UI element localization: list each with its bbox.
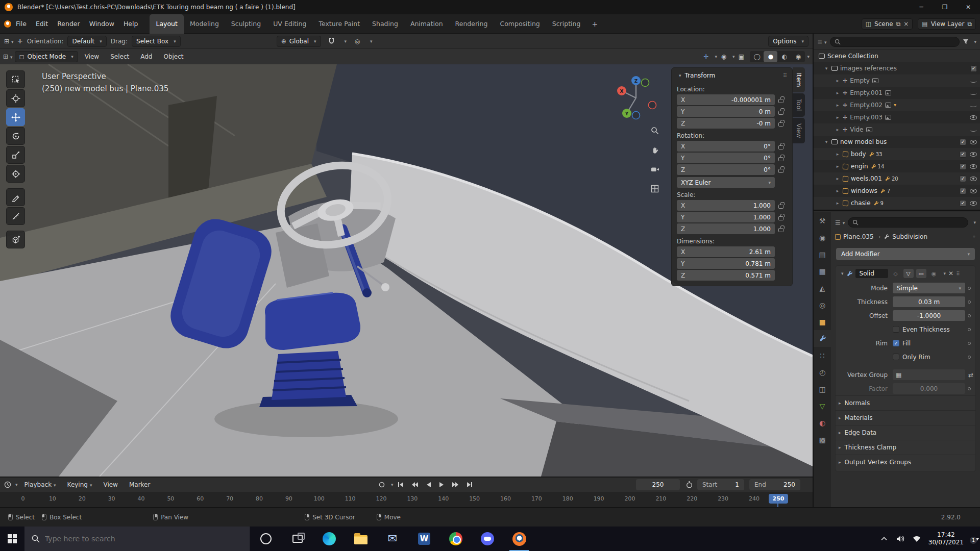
tool-annotate[interactable] xyxy=(6,188,25,206)
breadcrumb-modifier[interactable]: Subdivision xyxy=(884,233,927,240)
modifier-name-field[interactable]: Solid xyxy=(855,269,888,278)
lock-icon[interactable] xyxy=(778,122,783,127)
expand-arrow-icon[interactable]: ▸ xyxy=(835,78,840,83)
eye-open-icon[interactable] xyxy=(970,140,977,144)
task-view-icon[interactable] xyxy=(282,527,313,551)
viewport-editor-icon[interactable]: ⊞▾ xyxy=(3,53,13,60)
menu-help[interactable]: Help xyxy=(119,18,143,30)
new-scene-icon[interactable]: ⧉ xyxy=(896,20,901,28)
shading-solid-icon[interactable]: ● xyxy=(764,51,777,62)
panel-expand-icon[interactable]: ▾ xyxy=(679,73,681,78)
ortho-grid-icon[interactable] xyxy=(647,181,663,196)
menu-add[interactable]: Add xyxy=(136,51,157,62)
modifier-extras-icon[interactable]: ▾ xyxy=(944,271,946,276)
outliner-row-empty[interactable]: ▸ ✛ Empty xyxy=(814,74,980,87)
location-z-field[interactable]: Z-0 m xyxy=(677,118,775,129)
jump-to-start-button[interactable] xyxy=(395,479,407,490)
panel-grip-icon[interactable]: ⠿ xyxy=(783,72,787,79)
expand-arrow-icon[interactable]: ▾ xyxy=(824,139,829,144)
outliner-row-empty-001[interactable]: ▸ ✛ Empty.001 xyxy=(814,87,980,99)
tab-layout[interactable]: Layout xyxy=(150,14,184,34)
invert-vertex-group-icon[interactable]: ⇄ xyxy=(968,371,973,379)
outliner-row-chasie[interactable]: ▸ chasie 9 ✓ xyxy=(814,197,980,209)
shading-material-icon[interactable]: ◐ xyxy=(777,51,791,62)
playhead-badge[interactable]: 250 xyxy=(769,494,788,504)
output-tab-icon[interactable]: ▤ xyxy=(814,246,831,263)
eye-open-icon[interactable] xyxy=(970,152,977,157)
animate-decorator[interactable] xyxy=(968,300,971,304)
filter-icon[interactable] xyxy=(963,39,969,44)
tab-texture-paint[interactable]: Texture Paint xyxy=(312,16,366,32)
tab-compositing[interactable]: Compositing xyxy=(494,16,546,32)
rim-fill-checkbox[interactable]: ✓ xyxy=(893,340,899,346)
eye-closed-icon[interactable] xyxy=(970,79,977,83)
view-layer-selector[interactable]: ▤ View Layer ⧉ xyxy=(918,18,976,30)
rotation-mode-select[interactable]: XYZ Euler▾ xyxy=(677,177,775,188)
outliner-row-images-references[interactable]: ▾ images references ✓ xyxy=(814,62,980,74)
tab-shading[interactable]: Shading xyxy=(366,16,404,32)
jump-to-end-button[interactable] xyxy=(463,479,476,490)
tab-tool[interactable]: Tool xyxy=(793,93,805,116)
navigation-gizmo[interactable]: X Y Z xyxy=(610,73,662,124)
unlink-scene-icon[interactable]: × xyxy=(903,20,909,28)
world-tab-icon[interactable]: ◎ xyxy=(814,296,831,313)
expand-arrow-icon[interactable]: ▸ xyxy=(835,164,840,169)
outliner-row-body[interactable]: ▸ body 33 ✓ xyxy=(814,148,980,160)
outliner-row-empty-002[interactable]: ▸ ✛ Empty.002 ▾ xyxy=(814,99,980,111)
expand-arrow-icon[interactable]: ▸ xyxy=(835,127,840,132)
taskbar-clock[interactable]: 17:42 30/07/2021 xyxy=(928,531,964,546)
lock-icon[interactable] xyxy=(778,99,783,103)
eye-open-icon[interactable] xyxy=(970,177,977,181)
overlays-icon[interactable]: ◉ xyxy=(717,51,730,62)
particles-tab-icon[interactable]: ∷ xyxy=(814,347,831,364)
animate-decorator[interactable] xyxy=(968,387,971,390)
menu-playback[interactable]: Playback▾ xyxy=(20,479,61,490)
animate-decorator[interactable] xyxy=(968,342,971,345)
dimensions-z-field[interactable]: Z0.571 m xyxy=(677,270,775,281)
tab-item[interactable]: Item xyxy=(793,67,805,92)
mode-select[interactable]: Simple▾ xyxy=(893,283,965,293)
tool-measure[interactable] xyxy=(6,207,25,225)
tool-transform[interactable] xyxy=(6,165,25,183)
close-button[interactable]: ✕ xyxy=(957,0,980,14)
expand-arrow-icon[interactable]: ▸ xyxy=(835,115,840,120)
location-y-field[interactable]: Y-0 m xyxy=(677,106,775,117)
object-checkbox[interactable]: ✓ xyxy=(960,200,966,207)
menu-marker[interactable]: Marker xyxy=(125,479,155,490)
tool-select-box[interactable] xyxy=(6,70,25,88)
blender-taskbar-icon[interactable] xyxy=(503,527,535,551)
tab-animation[interactable]: Animation xyxy=(404,16,449,32)
tool-add-cube[interactable] xyxy=(6,231,25,248)
play-button[interactable] xyxy=(436,479,449,490)
breadcrumb-object[interactable]: Plane.035 xyxy=(835,233,874,240)
frame-start-field[interactable]: Start1 xyxy=(697,479,744,490)
viewport-3d[interactable]: User Perspective (250) new model bus | P… xyxy=(0,64,813,477)
auto-key-icon[interactable] xyxy=(375,479,388,490)
menu-view[interactable]: View xyxy=(80,51,104,62)
outliner-row-engin[interactable]: ▸ engin 14 ✓ xyxy=(814,160,980,172)
prev-keyframe-button[interactable] xyxy=(408,479,421,490)
outliner-row-vide[interactable]: ▸ ✛ Vide xyxy=(814,123,980,136)
texture-tab-icon[interactable]: ▩ xyxy=(814,431,831,448)
camera-view-icon[interactable] xyxy=(647,162,663,177)
menu-render[interactable]: Render xyxy=(53,18,85,30)
blender-menu-icon[interactable] xyxy=(4,20,11,28)
physics-tab-icon[interactable]: ◴ xyxy=(814,364,831,381)
menu-file[interactable]: File xyxy=(11,18,31,30)
preview-range-icon[interactable] xyxy=(683,479,696,490)
scene-tab-icon[interactable]: ◭ xyxy=(814,280,831,296)
tab-sculpting[interactable]: Sculpting xyxy=(225,16,267,32)
eye-closed-icon[interactable] xyxy=(970,104,977,107)
on-cage-toggle-icon[interactable]: ◇ xyxy=(891,269,901,278)
lock-icon[interactable] xyxy=(778,169,783,173)
timeline-ruler[interactable]: 0 10 20 30 40 50 60 70 80 90 100 110 120… xyxy=(0,492,813,507)
pan-hand-icon[interactable] xyxy=(647,142,663,158)
maximize-button[interactable]: ❐ xyxy=(933,0,957,14)
lock-icon[interactable] xyxy=(778,205,783,209)
add-workspace-button[interactable]: + xyxy=(586,20,603,28)
object-tab-icon[interactable]: ■ xyxy=(814,313,831,330)
shading-rendered-icon[interactable]: ◉ xyxy=(791,51,805,62)
section-materials[interactable]: ▸Materials xyxy=(836,410,975,425)
eye-closed-icon[interactable] xyxy=(970,128,977,132)
tab-scripting[interactable]: Scripting xyxy=(546,16,587,32)
